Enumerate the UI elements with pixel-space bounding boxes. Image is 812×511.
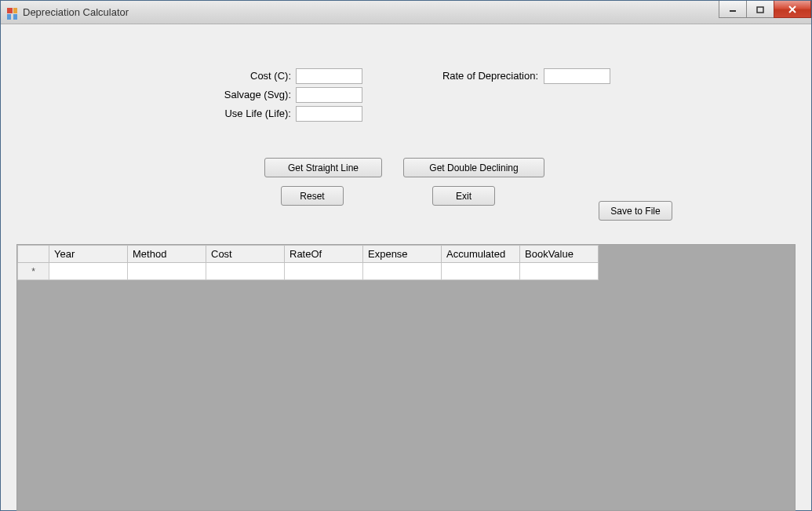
- exit-button[interactable]: Exit: [432, 186, 495, 206]
- reset-button[interactable]: Reset: [281, 186, 344, 206]
- rate-input[interactable]: [544, 68, 610, 84]
- maximize-button[interactable]: [746, 1, 774, 18]
- titlebar[interactable]: Depreciation Calculator: [1, 1, 811, 24]
- rate-label: Rate of Depreciation:: [405, 70, 538, 82]
- form-area: Cost (C): Salvage (Svg): Use Life (Life)…: [16, 40, 796, 244]
- salvage-input[interactable]: [296, 87, 362, 103]
- data-grid[interactable]: Year Method Cost RateOf Expense Accumula…: [17, 245, 599, 280]
- grid-cell[interactable]: [128, 263, 206, 280]
- col-method[interactable]: Method: [128, 246, 206, 263]
- get-double-declining-button[interactable]: Get Double Declining: [403, 158, 544, 177]
- col-expense[interactable]: Expense: [363, 246, 442, 263]
- grid-corner-cell: [18, 246, 49, 263]
- col-bookvalue[interactable]: BookValue: [520, 246, 599, 263]
- uselife-input[interactable]: [296, 106, 362, 122]
- grid-cell[interactable]: [363, 263, 442, 280]
- salvage-label: Salvage (Svg):: [197, 89, 291, 100]
- close-icon: [788, 5, 797, 14]
- data-grid-container[interactable]: Year Method Cost RateOf Expense Accumula…: [16, 244, 796, 511]
- grid-new-row[interactable]: *: [18, 263, 599, 280]
- app-icon: [5, 6, 18, 19]
- cost-input[interactable]: [296, 68, 362, 84]
- window-title: Depreciation Calculator: [23, 6, 129, 18]
- minimize-button[interactable]: [719, 1, 747, 18]
- col-cost[interactable]: Cost: [206, 246, 285, 263]
- grid-cell[interactable]: [49, 263, 128, 280]
- new-row-indicator: *: [18, 263, 49, 280]
- minimize-icon: [729, 5, 737, 13]
- window-controls: [719, 1, 811, 18]
- col-rateof[interactable]: RateOf: [285, 246, 363, 263]
- grid-cell[interactable]: [285, 263, 363, 280]
- client-area: Cost (C): Salvage (Svg): Use Life (Life)…: [1, 24, 811, 510]
- grid-cell[interactable]: [520, 263, 599, 280]
- get-straight-line-button[interactable]: Get Straight Line: [264, 158, 382, 177]
- svg-rect-1: [757, 7, 763, 13]
- cost-label: Cost (C):: [197, 70, 291, 82]
- close-button[interactable]: [774, 1, 811, 18]
- maximize-icon: [756, 5, 764, 13]
- uselife-label: Use Life (Life):: [197, 108, 291, 119]
- grid-cell[interactable]: [442, 263, 520, 280]
- col-accumulated[interactable]: Accumulated: [442, 246, 520, 263]
- grid-cell[interactable]: [206, 263, 285, 280]
- app-window: Depreciation Calculator Cost (C): Salvag…: [0, 0, 812, 511]
- save-to-file-button[interactable]: Save to File: [599, 201, 672, 221]
- grid-header-row: Year Method Cost RateOf Expense Accumula…: [18, 246, 599, 263]
- col-year[interactable]: Year: [49, 246, 128, 263]
